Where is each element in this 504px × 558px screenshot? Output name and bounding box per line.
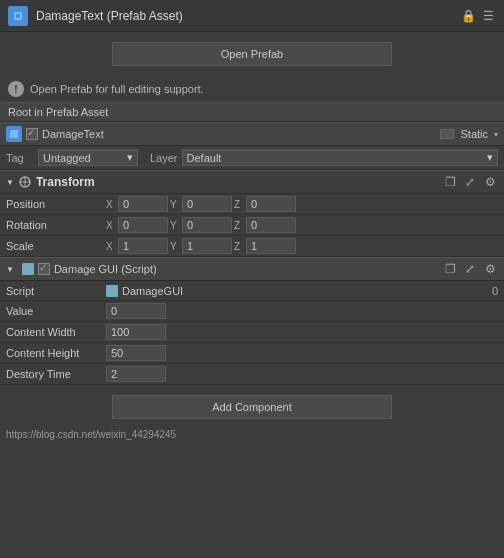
watermark: https://blog.csdn.net/weixin_44294245 — [0, 427, 504, 442]
transform-collapse-arrow[interactable]: ▼ — [6, 178, 14, 187]
svg-rect-4 — [10, 130, 18, 138]
damage-gui-actions: ❐ ⤢ ⚙ — [442, 261, 498, 277]
destory-time-label: Destory Time — [6, 368, 106, 380]
layer-value: Default — [187, 152, 222, 164]
rot-x-label: X — [106, 220, 116, 231]
damage-gui-copy-icon[interactable]: ❐ — [442, 261, 458, 277]
position-row: Position X 0 Y 0 Z 0 — [0, 194, 504, 215]
scale-x-label: X — [106, 241, 116, 252]
pos-y-value[interactable]: 0 — [182, 196, 232, 212]
tag-dropdown-arrow: ▾ — [127, 151, 133, 164]
active-checkbox[interactable] — [26, 128, 38, 140]
damage-gui-checkbox[interactable] — [38, 263, 50, 275]
watermark-text: https://blog.csdn.net/weixin_44294245 — [6, 429, 176, 440]
destory-time-row: Destory Time 2 — [0, 364, 504, 385]
rot-x-value[interactable]: 0 — [118, 217, 168, 233]
root-label: Root in Prefab Asset — [0, 102, 504, 122]
content-height-row: Content Height 50 — [0, 343, 504, 364]
static-icon-box — [440, 129, 454, 139]
content-height-label: Content Height — [6, 347, 106, 359]
info-icon: ! — [8, 81, 24, 97]
content-width-input[interactable]: 100 — [106, 324, 166, 340]
position-label: Position — [6, 198, 106, 210]
prefab-icon — [8, 6, 28, 26]
value-row: Value 0 — [0, 301, 504, 322]
tag-label: Tag — [6, 152, 34, 164]
window-title: DamageText (Prefab Asset) — [36, 9, 460, 23]
rot-y-label: Y — [170, 220, 180, 231]
layer-label: Layer — [150, 152, 178, 164]
scale-z-label: Z — [234, 241, 244, 252]
pos-x-value[interactable]: 0 — [118, 196, 168, 212]
content-width-row: Content Width 100 — [0, 322, 504, 343]
transform-header: ▼ Transform ❐ ⤢ ⚙ — [0, 170, 504, 194]
damage-gui-gear-icon[interactable]: ⚙ — [482, 261, 498, 277]
content-height-input[interactable]: 50 — [106, 345, 166, 361]
add-component-section: Add Component — [0, 387, 504, 427]
tag-value: Untagged — [43, 152, 91, 164]
scale-x-value[interactable]: 1 — [118, 238, 168, 254]
transform-gear-icon[interactable]: ⚙ — [482, 174, 498, 190]
add-component-button[interactable]: Add Component — [112, 395, 392, 419]
transform-expand-icon[interactable]: ⤢ — [462, 174, 478, 190]
scale-xyz: X 1 Y 1 Z 1 — [106, 238, 498, 254]
scale-row: Scale X 1 Y 1 Z 1 — [0, 236, 504, 257]
transform-icon — [18, 175, 32, 189]
scale-label: Scale — [6, 240, 106, 252]
open-prefab-button[interactable]: Open Prefab — [112, 42, 392, 66]
svg-rect-2 — [16, 14, 20, 18]
rotation-label: Rotation — [6, 219, 106, 231]
position-xyz: X 0 Y 0 Z 0 — [106, 196, 498, 212]
static-label: Static — [460, 128, 488, 140]
title-bar: DamageText (Prefab Asset) 🔒 ☰ — [0, 0, 504, 32]
value-input[interactable]: 0 — [106, 303, 166, 319]
damage-gui-label: Damage GUI (Script) — [54, 263, 438, 275]
lock-icon[interactable]: 🔒 — [460, 8, 476, 24]
rotation-row: Rotation X 0 Y 0 Z 0 — [0, 215, 504, 236]
rot-y-value[interactable]: 0 — [182, 217, 232, 233]
pos-z-value[interactable]: 0 — [246, 196, 296, 212]
layer-select[interactable]: Default ▾ — [182, 149, 498, 166]
rot-z-value[interactable]: 0 — [246, 217, 296, 233]
transform-actions: ❐ ⤢ ⚙ — [442, 174, 498, 190]
game-object-name: DamageText — [42, 128, 436, 140]
script-right-val: 0 — [492, 285, 498, 297]
value-label: Value — [6, 305, 106, 317]
layer-dropdown-arrow: ▾ — [487, 151, 493, 164]
info-bar: ! Open Prefab for full editing support. — [0, 76, 504, 102]
pos-z-label: Z — [234, 199, 244, 210]
script-row: Script DamageGUI 0 — [0, 281, 504, 301]
damage-gui-expand-icon[interactable]: ⤢ — [462, 261, 478, 277]
tag-select[interactable]: Untagged ▾ — [38, 149, 138, 166]
damage-gui-header: ▼ Damage GUI (Script) ❐ ⤢ ⚙ — [0, 257, 504, 281]
script-name[interactable]: DamageGUI — [122, 285, 183, 297]
static-dropdown-arrow[interactable]: ▾ — [494, 130, 498, 139]
script-field-label: Script — [6, 285, 106, 297]
scale-y-value[interactable]: 1 — [182, 238, 232, 254]
open-prefab-section: Open Prefab — [0, 32, 504, 76]
transform-copy-icon[interactable]: ❐ — [442, 174, 458, 190]
damage-gui-collapse-arrow[interactable]: ▼ — [6, 265, 14, 274]
game-object-icon — [6, 126, 22, 142]
destory-time-input[interactable]: 2 — [106, 366, 166, 382]
pos-x-label: X — [106, 199, 116, 210]
info-text: Open Prefab for full editing support. — [30, 83, 204, 95]
scale-y-label: Y — [170, 241, 180, 252]
menu-icon[interactable]: ☰ — [480, 8, 496, 24]
content-width-label: Content Width — [6, 326, 106, 338]
scale-z-value[interactable]: 1 — [246, 238, 296, 254]
damage-gui-icon — [22, 263, 34, 275]
game-object-header: DamageText Static ▾ — [0, 122, 504, 146]
transform-label: Transform — [36, 175, 442, 189]
script-file-icon — [106, 285, 118, 297]
tag-row: Tag Untagged ▾ Layer Default ▾ — [0, 146, 504, 170]
pos-y-label: Y — [170, 199, 180, 210]
window-controls: 🔒 ☰ — [460, 8, 496, 24]
script-field-value: DamageGUI — [106, 285, 492, 297]
rotation-xyz: X 0 Y 0 Z 0 — [106, 217, 498, 233]
rot-z-label: Z — [234, 220, 244, 231]
